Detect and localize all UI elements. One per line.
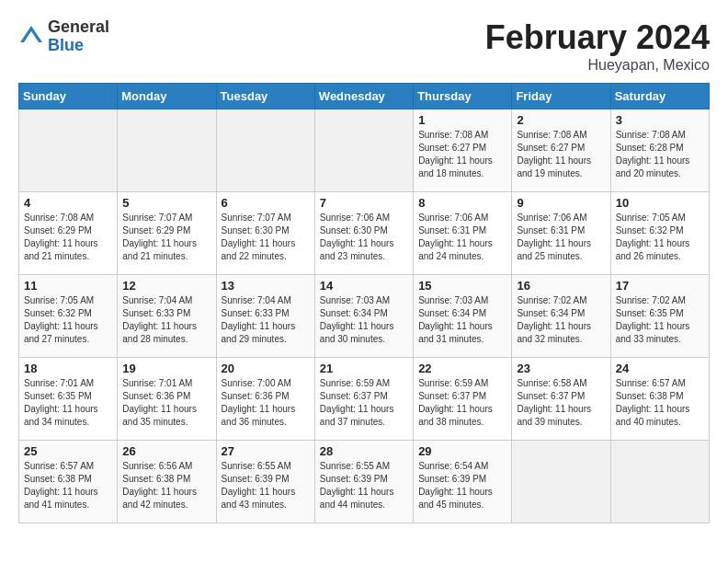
day-number: 4: [24, 196, 112, 210]
day-info: Sunrise: 6:54 AM Sunset: 6:39 PM Dayligh…: [418, 460, 506, 511]
logo-general-text: General: [48, 18, 109, 37]
day-number: 22: [418, 362, 506, 375]
day-number: 16: [517, 279, 605, 293]
calendar-cell: 14Sunrise: 7:03 AM Sunset: 6:34 PM Dayli…: [314, 275, 413, 358]
title-area: February 2024 Hueyapan, Mexico: [485, 18, 710, 74]
day-info: Sunrise: 7:08 AM Sunset: 6:27 PM Dayligh…: [517, 129, 605, 180]
day-number: 1: [418, 113, 506, 127]
calendar-cell: 17Sunrise: 7:02 AM Sunset: 6:35 PM Dayli…: [610, 275, 709, 358]
calendar-cell: [118, 109, 216, 192]
day-number: 19: [122, 362, 210, 375]
calendar-header: SundayMondayTuesdayWednesdayThursdayFrid…: [19, 84, 710, 109]
logo: General Blue: [18, 18, 109, 55]
calendar-cell: [314, 109, 413, 192]
location-title: Hueyapan, Mexico: [485, 57, 710, 74]
day-number: 29: [418, 444, 506, 458]
day-info: Sunrise: 7:08 AM Sunset: 6:27 PM Dayligh…: [418, 129, 506, 180]
weekday-header-tuesday: Tuesday: [216, 84, 314, 109]
calendar-cell: 12Sunrise: 7:04 AM Sunset: 6:33 PM Dayli…: [118, 275, 216, 358]
day-info: Sunrise: 7:03 AM Sunset: 6:34 PM Dayligh…: [418, 294, 506, 346]
day-info: Sunrise: 7:01 AM Sunset: 6:35 PM Dayligh…: [24, 377, 112, 429]
day-number: 26: [122, 444, 210, 458]
day-info: Sunrise: 6:58 AM Sunset: 6:37 PM Dayligh…: [517, 377, 605, 429]
day-number: 23: [517, 362, 605, 375]
day-info: Sunrise: 7:07 AM Sunset: 6:30 PM Dayligh…: [222, 212, 310, 263]
weekday-header-saturday: Saturday: [610, 84, 709, 109]
calendar-table: SundayMondayTuesdayWednesdayThursdayFrid…: [18, 83, 710, 523]
day-info: Sunrise: 6:59 AM Sunset: 6:37 PM Dayligh…: [418, 377, 506, 429]
calendar-cell: 13Sunrise: 7:04 AM Sunset: 6:33 PM Dayli…: [216, 275, 314, 358]
day-info: Sunrise: 7:06 AM Sunset: 6:31 PM Dayligh…: [418, 212, 506, 263]
calendar-cell: [19, 109, 118, 192]
calendar-cell: 28Sunrise: 6:55 AM Sunset: 6:39 PM Dayli…: [314, 441, 413, 523]
day-number: 5: [122, 196, 210, 210]
calendar-cell: 25Sunrise: 6:57 AM Sunset: 6:38 PM Dayli…: [19, 441, 118, 523]
day-number: 3: [616, 113, 704, 127]
calendar-week-row: 4Sunrise: 7:08 AM Sunset: 6:29 PM Daylig…: [19, 192, 710, 275]
logo-text: General Blue: [48, 18, 109, 55]
day-number: 8: [418, 196, 506, 210]
day-number: 6: [222, 196, 310, 210]
calendar-cell: 8Sunrise: 7:06 AM Sunset: 6:31 PM Daylig…: [414, 192, 512, 275]
weekday-header-row: SundayMondayTuesdayWednesdayThursdayFrid…: [19, 84, 710, 109]
day-info: Sunrise: 7:05 AM Sunset: 6:32 PM Dayligh…: [24, 294, 112, 346]
day-info: Sunrise: 6:57 AM Sunset: 6:38 PM Dayligh…: [24, 460, 112, 511]
weekday-header-monday: Monday: [118, 84, 216, 109]
day-info: Sunrise: 7:08 AM Sunset: 6:29 PM Dayligh…: [24, 212, 112, 263]
logo-blue-text: Blue: [48, 37, 109, 55]
calendar-cell: 21Sunrise: 6:59 AM Sunset: 6:37 PM Dayli…: [314, 358, 413, 441]
day-number: 7: [320, 196, 408, 210]
day-info: Sunrise: 7:05 AM Sunset: 6:32 PM Dayligh…: [616, 212, 704, 263]
day-number: 15: [418, 279, 506, 293]
day-number: 12: [122, 279, 210, 293]
calendar-week-row: 18Sunrise: 7:01 AM Sunset: 6:35 PM Dayli…: [19, 358, 710, 441]
day-number: 14: [320, 279, 408, 293]
calendar-cell: 23Sunrise: 6:58 AM Sunset: 6:37 PM Dayli…: [512, 358, 610, 441]
calendar-cell: 18Sunrise: 7:01 AM Sunset: 6:35 PM Dayli…: [19, 358, 118, 441]
calendar-cell: 19Sunrise: 7:01 AM Sunset: 6:36 PM Dayli…: [118, 358, 216, 441]
day-info: Sunrise: 6:55 AM Sunset: 6:39 PM Dayligh…: [320, 460, 408, 511]
day-number: 27: [222, 444, 310, 458]
calendar-cell: [216, 109, 314, 192]
day-info: Sunrise: 7:03 AM Sunset: 6:34 PM Dayligh…: [320, 294, 408, 346]
day-info: Sunrise: 6:57 AM Sunset: 6:38 PM Dayligh…: [616, 377, 704, 429]
day-info: Sunrise: 7:02 AM Sunset: 6:34 PM Dayligh…: [517, 294, 605, 346]
day-number: 20: [222, 362, 310, 375]
day-info: Sunrise: 7:04 AM Sunset: 6:33 PM Dayligh…: [122, 294, 210, 346]
calendar-cell: 10Sunrise: 7:05 AM Sunset: 6:32 PM Dayli…: [610, 192, 709, 275]
day-number: 11: [24, 279, 112, 293]
logo-icon: [18, 24, 44, 50]
calendar-body: 1Sunrise: 7:08 AM Sunset: 6:27 PM Daylig…: [19, 109, 710, 523]
calendar-cell: 4Sunrise: 7:08 AM Sunset: 6:29 PM Daylig…: [19, 192, 118, 275]
calendar-cell: 6Sunrise: 7:07 AM Sunset: 6:30 PM Daylig…: [216, 192, 314, 275]
day-info: Sunrise: 7:06 AM Sunset: 6:31 PM Dayligh…: [517, 212, 605, 263]
calendar-cell: 2Sunrise: 7:08 AM Sunset: 6:27 PM Daylig…: [512, 109, 610, 192]
calendar-week-row: 1Sunrise: 7:08 AM Sunset: 6:27 PM Daylig…: [19, 109, 710, 192]
calendar-cell: 24Sunrise: 6:57 AM Sunset: 6:38 PM Dayli…: [610, 358, 709, 441]
calendar-week-row: 11Sunrise: 7:05 AM Sunset: 6:32 PM Dayli…: [19, 275, 710, 358]
calendar-cell: 15Sunrise: 7:03 AM Sunset: 6:34 PM Dayli…: [414, 275, 512, 358]
weekday-header-thursday: Thursday: [414, 84, 512, 109]
calendar-cell: 29Sunrise: 6:54 AM Sunset: 6:39 PM Dayli…: [414, 441, 512, 523]
day-number: 10: [616, 196, 704, 210]
day-info: Sunrise: 7:04 AM Sunset: 6:33 PM Dayligh…: [222, 294, 310, 346]
calendar-cell: 1Sunrise: 7:08 AM Sunset: 6:27 PM Daylig…: [414, 109, 512, 192]
day-number: 25: [24, 444, 112, 458]
month-title: February 2024: [485, 18, 710, 57]
calendar-cell: 20Sunrise: 7:00 AM Sunset: 6:36 PM Dayli…: [216, 358, 314, 441]
day-info: Sunrise: 7:07 AM Sunset: 6:29 PM Dayligh…: [122, 212, 210, 263]
day-info: Sunrise: 7:08 AM Sunset: 6:28 PM Dayligh…: [616, 129, 704, 180]
day-info: Sunrise: 7:01 AM Sunset: 6:36 PM Dayligh…: [122, 377, 210, 429]
day-number: 21: [320, 362, 408, 375]
header: General Blue February 2024 Hueyapan, Mex…: [18, 18, 710, 74]
day-number: 2: [517, 113, 605, 127]
day-info: Sunrise: 6:56 AM Sunset: 6:38 PM Dayligh…: [122, 460, 210, 511]
calendar-cell: 22Sunrise: 6:59 AM Sunset: 6:37 PM Dayli…: [414, 358, 512, 441]
day-info: Sunrise: 7:00 AM Sunset: 6:36 PM Dayligh…: [222, 377, 310, 429]
weekday-header-friday: Friday: [512, 84, 610, 109]
day-number: 9: [517, 196, 605, 210]
calendar-cell: 5Sunrise: 7:07 AM Sunset: 6:29 PM Daylig…: [118, 192, 216, 275]
calendar-week-row: 25Sunrise: 6:57 AM Sunset: 6:38 PM Dayli…: [19, 441, 710, 523]
calendar-cell: [610, 441, 709, 523]
calendar-cell: [512, 441, 610, 523]
